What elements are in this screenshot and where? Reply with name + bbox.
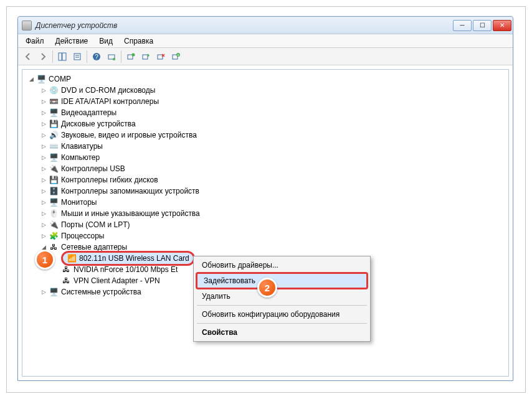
tree-item-ports[interactable]: ▷ 🔌 Порты (COM и LPT) xyxy=(25,219,506,230)
dvd-icon: 💿 xyxy=(49,85,59,95)
forward-button[interactable] xyxy=(36,49,50,64)
tree-label: Дисковые устройства xyxy=(61,120,136,128)
tree-item-usb[interactable]: ▷ 🔌 Контроллеры USB xyxy=(25,163,506,174)
back-button[interactable] xyxy=(21,49,36,64)
window-title: Диспетчер устройств xyxy=(36,21,453,30)
tree-item-keyboard[interactable]: ▷ ⌨️ Клавиатуры xyxy=(25,141,506,152)
tree-item-monitors[interactable]: ▷ 🖥️ Мониторы xyxy=(25,197,506,208)
expander-icon[interactable]: ▷ xyxy=(40,221,47,228)
tree-item-sound[interactable]: ▷ 🔊 Звуковые, видео и игровые устройства xyxy=(25,129,506,141)
toolbar: ? + xyxy=(18,48,513,65)
system-icon: 🖥️ xyxy=(49,287,59,297)
tree-item-storage[interactable]: ▷ 🗄️ Контроллеры запоминающих устройств xyxy=(25,185,506,197)
ethernet-adapter-icon: 🖧 xyxy=(61,265,71,275)
tree-label: Клавиатуры xyxy=(61,142,103,151)
expander-icon[interactable]: ▷ xyxy=(40,143,47,150)
ctx-delete[interactable]: Удалить xyxy=(196,289,368,303)
ctx-refresh-hardware[interactable]: Обновить конфигурацию оборудования xyxy=(196,307,368,321)
tree-item-cpu[interactable]: ▷ 🧩 Процессоры xyxy=(25,230,506,242)
svg-text:?: ? xyxy=(95,54,98,60)
expander-icon[interactable]: ▷ xyxy=(40,109,47,116)
tree-item-computer[interactable]: ▷ 🖥️ Компьютер xyxy=(25,152,506,163)
expander-spacer xyxy=(52,266,60,273)
svg-rect-1 xyxy=(62,53,66,60)
show-hide-tree-button[interactable] xyxy=(55,49,70,64)
expander-icon[interactable]: ▷ xyxy=(40,232,47,240)
ctx-properties[interactable]: Свойства xyxy=(196,326,368,339)
selected-device[interactable]: 📶 802.11n USB Wireless LAN Card xyxy=(61,251,195,266)
expander-icon[interactable]: ▷ xyxy=(40,187,47,195)
enable-device-button[interactable] xyxy=(138,49,153,64)
expander-icon[interactable]: ▷ xyxy=(40,165,47,172)
tree-label: VPN Client Adapter - VPN xyxy=(74,276,160,285)
ctx-enable[interactable]: Задействовать xyxy=(196,272,368,289)
update-driver-button[interactable] xyxy=(123,49,138,64)
menu-view[interactable]: Вид xyxy=(94,34,118,47)
svg-text:+: + xyxy=(177,53,179,57)
uninstall-device-button[interactable] xyxy=(153,49,168,64)
tree-item-mice[interactable]: ▷ 🖱️ Мыши и иные указывающие устройства xyxy=(25,208,506,219)
close-button[interactable]: ✕ xyxy=(493,20,511,31)
help-button[interactable]: ? xyxy=(89,49,104,64)
expander-icon[interactable]: ◢ xyxy=(27,75,35,83)
tree-label: DVD и CD-ROM дисководы xyxy=(61,86,155,95)
pc-icon: 🖥️ xyxy=(49,153,59,162)
tree-item-ide[interactable]: ▷ 📼 IDE ATA/ATAPI контроллеры xyxy=(25,96,506,107)
expander-icon[interactable]: ▷ xyxy=(40,199,47,206)
titlebar: Диспетчер устройств ─ ☐ ✕ xyxy=(18,17,513,34)
tree-root[interactable]: ◢ 🖥️ COMP xyxy=(25,73,506,85)
keyboard-icon: ⌨️ xyxy=(49,141,59,151)
scan-hardware-button[interactable] xyxy=(104,49,119,64)
port-icon: 🔌 xyxy=(49,220,59,230)
properties-button[interactable] xyxy=(70,49,85,64)
svg-point-10 xyxy=(132,53,135,56)
menubar: Файл Действие Вид Справка xyxy=(18,34,513,48)
tree-item-dvd[interactable]: ▷ 💿 DVD и CD-ROM дисководы xyxy=(25,85,506,96)
tree-item-floppy[interactable]: ▷ 💾 Контроллеры гибких дисков xyxy=(25,174,506,185)
cpu-icon: 🧩 xyxy=(49,231,59,241)
tree-item-video[interactable]: ▷ 🖥️ Видеоадаптеры xyxy=(25,107,506,118)
app-icon xyxy=(22,21,32,31)
add-legacy-button[interactable]: + xyxy=(168,49,183,64)
tree-label: IDE ATA/ATAPI контроллеры xyxy=(61,97,159,106)
display-icon: 🖥️ xyxy=(49,108,59,118)
tree-label: 802.11n USB Wireless LAN Card xyxy=(79,254,189,263)
expander-icon[interactable]: ▷ xyxy=(40,98,47,105)
expander-icon[interactable]: ▷ xyxy=(40,131,47,139)
expander-icon[interactable]: ▷ xyxy=(40,120,47,128)
tree-label: Компьютер xyxy=(61,153,100,162)
ctx-separator xyxy=(197,323,367,324)
svg-rect-11 xyxy=(143,55,148,59)
menu-file[interactable]: Файл xyxy=(21,34,49,47)
toolbar-separator xyxy=(87,50,87,63)
menu-help[interactable]: Справка xyxy=(119,34,158,47)
minimize-button[interactable]: ─ xyxy=(453,20,472,31)
tree-item-disk[interactable]: ▷ 💾 Дисковые устройства xyxy=(25,118,506,129)
tree-label: Мониторы xyxy=(61,198,97,207)
ide-icon: 📼 xyxy=(49,96,59,106)
maximize-button[interactable]: ☐ xyxy=(473,20,492,31)
ctx-update-drivers[interactable]: Обновить драйверы... xyxy=(196,258,368,272)
monitor-icon: 🖥️ xyxy=(49,197,59,207)
tree-label: Процессоры xyxy=(61,232,105,240)
tree-label: Звуковые, видео и игровые устройства xyxy=(61,131,197,139)
expander-icon[interactable]: ▷ xyxy=(40,176,47,184)
svg-rect-2 xyxy=(74,54,80,60)
annotation-badge-1: 1 xyxy=(35,250,55,270)
expander-icon[interactable]: ▷ xyxy=(40,210,47,217)
toolbar-separator xyxy=(52,50,53,63)
menu-action[interactable]: Действие xyxy=(50,34,93,47)
expander-icon[interactable]: ▷ xyxy=(40,154,47,161)
expander-icon[interactable]: ▷ xyxy=(40,87,47,94)
tree-label: Мыши и иные указывающие устройства xyxy=(61,209,200,218)
context-menu: Обновить драйверы... Задействовать Удали… xyxy=(193,256,371,342)
wifi-adapter-icon: 📶 xyxy=(67,253,77,263)
tree-label: Системные устройства xyxy=(61,288,141,296)
tree-label: NVIDIA nForce 10/100 Mbps Et xyxy=(74,265,178,274)
svg-rect-0 xyxy=(59,53,62,60)
mouse-icon: 🖱️ xyxy=(49,209,59,218)
expander-icon[interactable]: ▷ xyxy=(40,288,47,296)
window-buttons: ─ ☐ ✕ xyxy=(453,20,511,31)
tree-label: Сетевые адаптеры xyxy=(61,243,127,251)
computer-icon: 🖥️ xyxy=(36,74,46,84)
